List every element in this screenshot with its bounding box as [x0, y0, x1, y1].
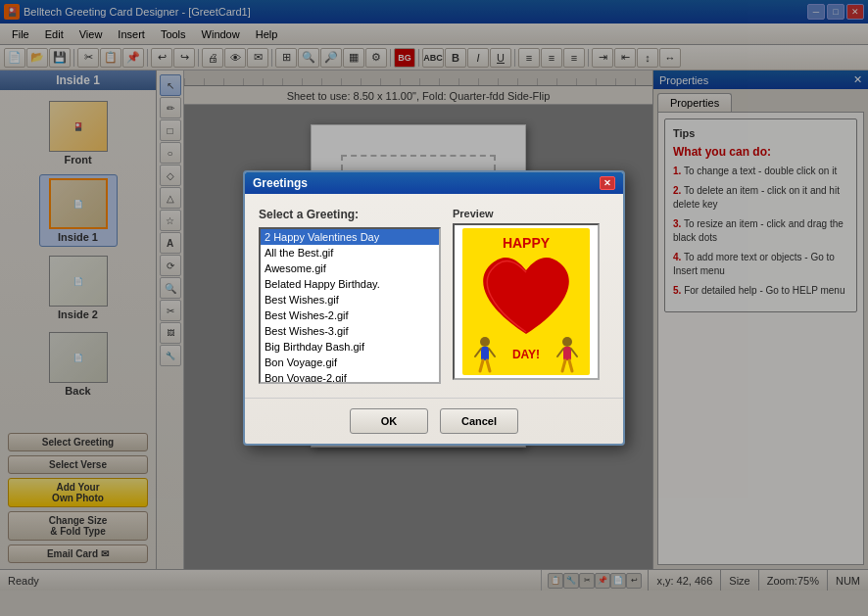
greeting-item-best-wishes-2[interactable]: Best Wishes-2.gif — [261, 308, 439, 323]
greetings-dialog: Greetings ✕ Select a Greeting: 2 Happy V… — [243, 170, 625, 446]
greeting-item-best-wishes[interactable]: Best Wishes.gif — [261, 292, 439, 308]
greeting-item-bon-voyage-2[interactable]: Bon Voyage-2.gif — [261, 370, 439, 382]
greeting-item-belated[interactable]: Belated Happy Birthday. — [261, 276, 439, 292]
dialog-title: Greetings — [253, 176, 308, 190]
dialog-right-panel: Preview HAPPY DAY! — [453, 208, 609, 384]
dialog-left-panel: Select a Greeting: 2 Happy Valentines Da… — [259, 208, 441, 384]
dialog-close-button[interactable]: ✕ — [600, 176, 615, 190]
dialog-body: Select a Greeting: 2 Happy Valentines Da… — [245, 194, 623, 398]
svg-point-5 — [480, 337, 490, 347]
svg-point-11 — [562, 337, 572, 347]
greeting-item-valentines[interactable]: 2 Happy Valentines Day — [261, 229, 439, 245]
dialog-titlebar: Greetings ✕ — [245, 172, 623, 194]
greeting-item-awesome[interactable]: Awesome.gif — [261, 261, 439, 276]
greeting-item-all-best[interactable]: All the Best.gif — [261, 245, 439, 261]
dialog-overlay: Greetings ✕ Select a Greeting: 2 Happy V… — [0, 0, 868, 591]
preview-card-svg: HAPPY DAY! — [458, 226, 595, 378]
greeting-item-best-wishes-3[interactable]: Best Wishes-3.gif — [261, 323, 439, 339]
dialog-footer: OK Cancel — [245, 398, 623, 444]
svg-rect-12 — [563, 347, 571, 360]
preview-label: Preview — [453, 208, 609, 219]
preview-box: HAPPY DAY! — [453, 223, 600, 380]
svg-rect-6 — [481, 347, 489, 360]
dialog-ok-button[interactable]: OK — [350, 408, 428, 434]
svg-text:DAY!: DAY! — [512, 348, 540, 361]
dialog-cancel-button[interactable]: Cancel — [440, 408, 518, 434]
greeting-list[interactable]: 2 Happy Valentines Day All the Best.gif … — [261, 229, 439, 382]
greeting-list-wrapper: 2 Happy Valentines Day All the Best.gif … — [259, 227, 441, 384]
greeting-item-bon-voyage[interactable]: Bon Voyage.gif — [261, 355, 439, 370]
greeting-item-big-birthday[interactable]: Big Birthday Bash.gif — [261, 339, 439, 355]
select-greeting-label: Select a Greeting: — [259, 208, 441, 221]
svg-text:HAPPY: HAPPY — [503, 235, 551, 251]
